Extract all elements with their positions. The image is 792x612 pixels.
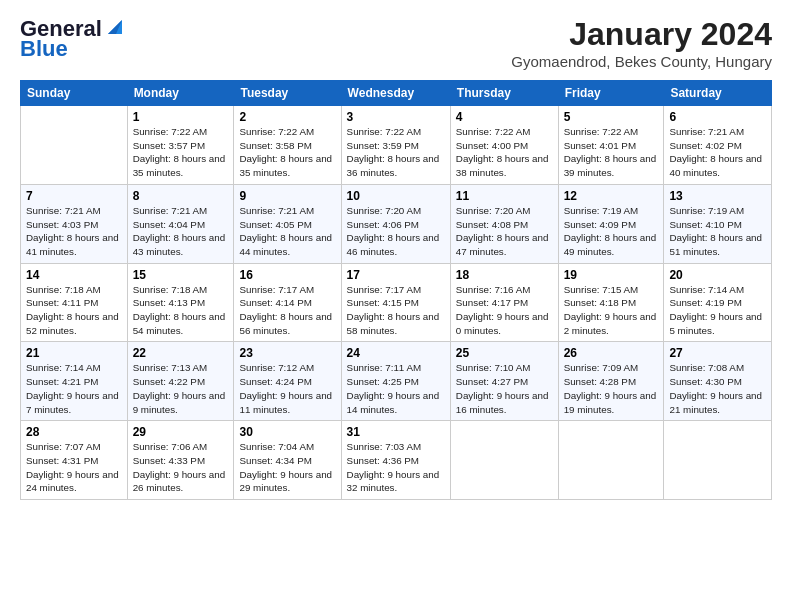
cell-info: Sunrise: 7:18 AMSunset: 4:11 PMDaylight:… <box>26 283 122 338</box>
cell-3-5: 26Sunrise: 7:09 AMSunset: 4:28 PMDayligh… <box>558 342 664 421</box>
cell-1-0: 7Sunrise: 7:21 AMSunset: 4:03 PMDaylight… <box>21 184 128 263</box>
cell-info: Sunrise: 7:04 AMSunset: 4:34 PMDaylight:… <box>239 440 335 495</box>
day-number: 29 <box>133 425 229 439</box>
cell-4-5 <box>558 421 664 500</box>
day-number: 23 <box>239 346 335 360</box>
day-number: 12 <box>564 189 659 203</box>
day-number: 4 <box>456 110 553 124</box>
cell-info: Sunrise: 7:16 AMSunset: 4:17 PMDaylight:… <box>456 283 553 338</box>
cell-2-6: 20Sunrise: 7:14 AMSunset: 4:19 PMDayligh… <box>664 263 772 342</box>
cell-1-5: 12Sunrise: 7:19 AMSunset: 4:09 PMDayligh… <box>558 184 664 263</box>
day-number: 3 <box>347 110 445 124</box>
cell-info: Sunrise: 7:19 AMSunset: 4:10 PMDaylight:… <box>669 204 766 259</box>
day-number: 10 <box>347 189 445 203</box>
day-number: 17 <box>347 268 445 282</box>
cell-0-4: 4Sunrise: 7:22 AMSunset: 4:00 PMDaylight… <box>450 106 558 185</box>
cell-0-2: 2Sunrise: 7:22 AMSunset: 3:58 PMDaylight… <box>234 106 341 185</box>
cell-4-2: 30Sunrise: 7:04 AMSunset: 4:34 PMDayligh… <box>234 421 341 500</box>
header: General Blue January 2024 Gyomaendrod, B… <box>20 16 772 70</box>
day-number: 18 <box>456 268 553 282</box>
day-number: 5 <box>564 110 659 124</box>
day-number: 6 <box>669 110 766 124</box>
cell-info: Sunrise: 7:20 AMSunset: 4:08 PMDaylight:… <box>456 204 553 259</box>
cell-info: Sunrise: 7:22 AMSunset: 3:59 PMDaylight:… <box>347 125 445 180</box>
cell-info: Sunrise: 7:21 AMSunset: 4:02 PMDaylight:… <box>669 125 766 180</box>
logo: General Blue <box>20 16 126 62</box>
cell-0-5: 5Sunrise: 7:22 AMSunset: 4:01 PMDaylight… <box>558 106 664 185</box>
cell-3-3: 24Sunrise: 7:11 AMSunset: 4:25 PMDayligh… <box>341 342 450 421</box>
cell-1-3: 10Sunrise: 7:20 AMSunset: 4:06 PMDayligh… <box>341 184 450 263</box>
cell-info: Sunrise: 7:08 AMSunset: 4:30 PMDaylight:… <box>669 361 766 416</box>
day-number: 20 <box>669 268 766 282</box>
col-sunday: Sunday <box>21 81 128 106</box>
col-monday: Monday <box>127 81 234 106</box>
cell-info: Sunrise: 7:21 AMSunset: 4:04 PMDaylight:… <box>133 204 229 259</box>
day-number: 14 <box>26 268 122 282</box>
col-thursday: Thursday <box>450 81 558 106</box>
cell-0-3: 3Sunrise: 7:22 AMSunset: 3:59 PMDaylight… <box>341 106 450 185</box>
cell-info: Sunrise: 7:14 AMSunset: 4:21 PMDaylight:… <box>26 361 122 416</box>
week-row-2: 14Sunrise: 7:18 AMSunset: 4:11 PMDayligh… <box>21 263 772 342</box>
cell-4-1: 29Sunrise: 7:06 AMSunset: 4:33 PMDayligh… <box>127 421 234 500</box>
logo-blue: Blue <box>20 36 68 62</box>
col-tuesday: Tuesday <box>234 81 341 106</box>
day-number: 16 <box>239 268 335 282</box>
cell-info: Sunrise: 7:21 AMSunset: 4:05 PMDaylight:… <box>239 204 335 259</box>
col-wednesday: Wednesday <box>341 81 450 106</box>
cell-info: Sunrise: 7:03 AMSunset: 4:36 PMDaylight:… <box>347 440 445 495</box>
cell-0-1: 1Sunrise: 7:22 AMSunset: 3:57 PMDaylight… <box>127 106 234 185</box>
cell-2-2: 16Sunrise: 7:17 AMSunset: 4:14 PMDayligh… <box>234 263 341 342</box>
cell-2-4: 18Sunrise: 7:16 AMSunset: 4:17 PMDayligh… <box>450 263 558 342</box>
cell-3-0: 21Sunrise: 7:14 AMSunset: 4:21 PMDayligh… <box>21 342 128 421</box>
cell-4-3: 31Sunrise: 7:03 AMSunset: 4:36 PMDayligh… <box>341 421 450 500</box>
logo-arrow-icon <box>104 16 126 38</box>
cell-info: Sunrise: 7:10 AMSunset: 4:27 PMDaylight:… <box>456 361 553 416</box>
week-row-0: 1Sunrise: 7:22 AMSunset: 3:57 PMDaylight… <box>21 106 772 185</box>
cell-info: Sunrise: 7:22 AMSunset: 4:00 PMDaylight:… <box>456 125 553 180</box>
day-number: 31 <box>347 425 445 439</box>
cell-1-2: 9Sunrise: 7:21 AMSunset: 4:05 PMDaylight… <box>234 184 341 263</box>
cell-info: Sunrise: 7:06 AMSunset: 4:33 PMDaylight:… <box>133 440 229 495</box>
day-number: 2 <box>239 110 335 124</box>
cell-0-0 <box>21 106 128 185</box>
cell-3-4: 25Sunrise: 7:10 AMSunset: 4:27 PMDayligh… <box>450 342 558 421</box>
day-number: 1 <box>133 110 229 124</box>
day-number: 8 <box>133 189 229 203</box>
day-number: 28 <box>26 425 122 439</box>
cell-info: Sunrise: 7:12 AMSunset: 4:24 PMDaylight:… <box>239 361 335 416</box>
cell-info: Sunrise: 7:17 AMSunset: 4:14 PMDaylight:… <box>239 283 335 338</box>
day-number: 19 <box>564 268 659 282</box>
cell-info: Sunrise: 7:19 AMSunset: 4:09 PMDaylight:… <box>564 204 659 259</box>
cell-info: Sunrise: 7:13 AMSunset: 4:22 PMDaylight:… <box>133 361 229 416</box>
calendar-subtitle: Gyomaendrod, Bekes County, Hungary <box>511 53 772 70</box>
day-number: 7 <box>26 189 122 203</box>
day-number: 25 <box>456 346 553 360</box>
title-block: January 2024 Gyomaendrod, Bekes County, … <box>511 16 772 70</box>
calendar-title: January 2024 <box>511 16 772 53</box>
cell-0-6: 6Sunrise: 7:21 AMSunset: 4:02 PMDaylight… <box>664 106 772 185</box>
day-number: 21 <box>26 346 122 360</box>
cell-3-6: 27Sunrise: 7:08 AMSunset: 4:30 PMDayligh… <box>664 342 772 421</box>
cell-info: Sunrise: 7:18 AMSunset: 4:13 PMDaylight:… <box>133 283 229 338</box>
calendar-header-row: Sunday Monday Tuesday Wednesday Thursday… <box>21 81 772 106</box>
week-row-4: 28Sunrise: 7:07 AMSunset: 4:31 PMDayligh… <box>21 421 772 500</box>
calendar-table: Sunday Monday Tuesday Wednesday Thursday… <box>20 80 772 500</box>
cell-info: Sunrise: 7:22 AMSunset: 3:58 PMDaylight:… <box>239 125 335 180</box>
day-number: 11 <box>456 189 553 203</box>
cell-info: Sunrise: 7:15 AMSunset: 4:18 PMDaylight:… <box>564 283 659 338</box>
day-number: 24 <box>347 346 445 360</box>
week-row-3: 21Sunrise: 7:14 AMSunset: 4:21 PMDayligh… <box>21 342 772 421</box>
cell-2-5: 19Sunrise: 7:15 AMSunset: 4:18 PMDayligh… <box>558 263 664 342</box>
day-number: 22 <box>133 346 229 360</box>
cell-3-1: 22Sunrise: 7:13 AMSunset: 4:22 PMDayligh… <box>127 342 234 421</box>
cell-info: Sunrise: 7:22 AMSunset: 4:01 PMDaylight:… <box>564 125 659 180</box>
cell-2-3: 17Sunrise: 7:17 AMSunset: 4:15 PMDayligh… <box>341 263 450 342</box>
day-number: 30 <box>239 425 335 439</box>
calendar-body: 1Sunrise: 7:22 AMSunset: 3:57 PMDaylight… <box>21 106 772 500</box>
week-row-1: 7Sunrise: 7:21 AMSunset: 4:03 PMDaylight… <box>21 184 772 263</box>
cell-info: Sunrise: 7:21 AMSunset: 4:03 PMDaylight:… <box>26 204 122 259</box>
cell-4-0: 28Sunrise: 7:07 AMSunset: 4:31 PMDayligh… <box>21 421 128 500</box>
cell-2-0: 14Sunrise: 7:18 AMSunset: 4:11 PMDayligh… <box>21 263 128 342</box>
cell-info: Sunrise: 7:07 AMSunset: 4:31 PMDaylight:… <box>26 440 122 495</box>
page: General Blue January 2024 Gyomaendrod, B… <box>0 0 792 510</box>
